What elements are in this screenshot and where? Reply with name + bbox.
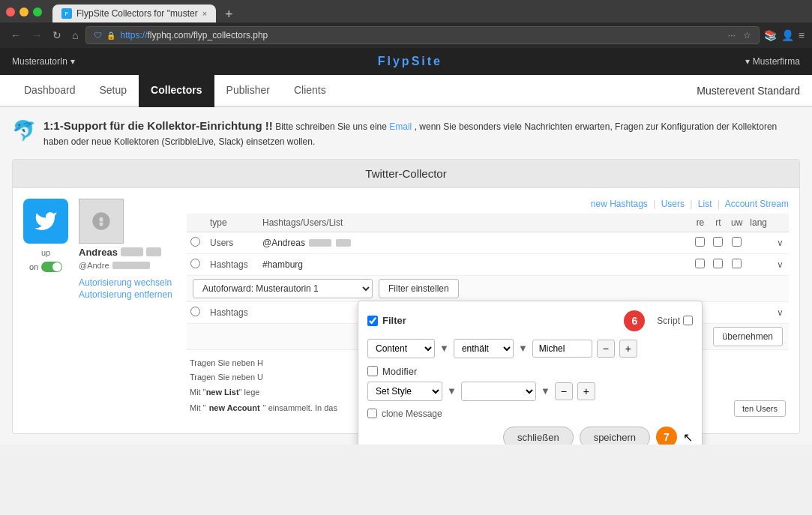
list-link[interactable]: List (698, 199, 712, 209)
row2-uw[interactable] (727, 253, 746, 275)
row2-radio-cell[interactable] (187, 253, 204, 275)
row1-re-check[interactable] (695, 237, 705, 247)
col-lang: lang (746, 214, 771, 232)
row3-chevron[interactable]: ∨ (771, 301, 789, 323)
toggle-switch[interactable] (41, 262, 62, 272)
set-style-select[interactable]: Set Style (367, 382, 442, 401)
new-tab-button[interactable]: + (219, 7, 239, 21)
clone-checkbox[interactable] (367, 409, 377, 418)
support-banner: 🐬 1:1-Support für die Kollektor-Einricht… (12, 118, 800, 148)
menu-icon[interactable]: ≡ (799, 29, 805, 41)
condition-select[interactable]: enthält (454, 339, 514, 358)
save-button[interactable]: speichern (580, 427, 650, 445)
nav-publisher[interactable]: Publisher (214, 75, 282, 107)
step7-label: 7 (664, 431, 670, 443)
nav-clients[interactable]: Clients (282, 75, 338, 107)
user-handle-blurred-3 (112, 262, 150, 269)
support-email-link[interactable]: Email (389, 121, 412, 132)
users-link[interactable]: Users (661, 199, 685, 209)
back-button[interactable]: ← (7, 28, 24, 43)
reload-button[interactable]: ↻ (49, 28, 64, 43)
nav-collectors[interactable]: Collectors (139, 75, 214, 107)
auth-change-link[interactable]: Autorisierung wechseln (79, 277, 176, 288)
row2-uw-check[interactable] (732, 259, 742, 268)
filter-checkbox-label: Filter (367, 315, 406, 326)
row3-radio-cell[interactable] (187, 301, 204, 323)
tab-title: FlypSite Collectors for "muster (76, 8, 198, 19)
popup-actions: schließen speichern 7 ↖ (367, 427, 693, 445)
auth-remove-link[interactable]: Autorisierung entfernen (79, 289, 176, 300)
row2-chevron[interactable]: ∨ (771, 253, 789, 275)
content-type-select[interactable]: Content (367, 339, 435, 358)
account-icon[interactable]: 👤 (781, 29, 794, 41)
row2-re[interactable] (691, 253, 709, 275)
home-button[interactable]: ⌂ (69, 28, 81, 43)
new-account-link[interactable]: new Account (209, 401, 260, 416)
new-hashtags-link[interactable]: new Hashtags (591, 199, 648, 209)
nav-dashboard[interactable]: Dashboard (12, 75, 88, 107)
table-row: Users @Andreas ∨ (187, 232, 789, 253)
close-button[interactable]: schließen (503, 427, 574, 445)
user-name: Andreas (79, 247, 118, 258)
autoforward-row: Autoforward: Musterautorin 1 Filter eins… (187, 275, 789, 301)
company-menu[interactable]: ▾ Musterfirma (745, 56, 800, 67)
col-uw: uw (727, 214, 746, 232)
row1-uw-check[interactable] (732, 237, 742, 247)
url-domain: flyphq.com/flyp_collectors.php (148, 30, 268, 40)
modifier-value-select[interactable] (461, 382, 536, 401)
filter-minus-btn[interactable]: − (597, 340, 615, 358)
user-blurred-2 (336, 239, 351, 247)
clone-label: clone Message (382, 409, 442, 419)
filter-checkbox[interactable] (367, 316, 378, 326)
user-menu[interactable]: MusterautorIn ▾ (12, 56, 75, 67)
brand-name: FlypSite (378, 55, 442, 67)
row2-radio[interactable] (190, 259, 200, 268)
select-arrow4: ▼ (541, 385, 550, 397)
row1-rt[interactable] (709, 232, 727, 253)
active-tab[interactable]: F FlypSite Collectors for "muster × (52, 4, 216, 22)
forward-button[interactable]: → (28, 28, 45, 43)
row1-chevron[interactable]: ∨ (771, 232, 789, 253)
close-traffic-light[interactable] (6, 7, 15, 16)
overflow-icon[interactable]: ··· (728, 30, 736, 40)
table-row: Hashtags #hamburg ∨ (187, 253, 789, 275)
bookmark-icon[interactable]: ☆ (743, 30, 751, 40)
script-checkbox[interactable] (683, 316, 693, 325)
filter-plus-btn[interactable]: + (619, 340, 637, 358)
maximize-traffic-light[interactable] (33, 7, 42, 16)
ubernehmen-button[interactable]: übernehmen (713, 327, 783, 346)
row1-type: Users (204, 232, 256, 253)
row1-radio-cell[interactable] (187, 232, 204, 253)
minimize-traffic-light[interactable] (19, 7, 28, 16)
table-links: new Hashtags | Users | List | Account St… (187, 199, 789, 209)
modifier-plus-btn[interactable]: + (577, 382, 595, 400)
modifier-minus-btn[interactable]: − (555, 382, 573, 400)
modifier-checkbox[interactable] (367, 366, 378, 376)
row2-rt-check[interactable] (713, 259, 723, 268)
autoforward-select[interactable]: Autoforward: Musterautorin 1 (193, 279, 373, 298)
account-stream-link[interactable]: Account Stream (725, 199, 789, 209)
url-bar[interactable]: 🛡 🔒 https://flyphq.com/flyp_collectors.p… (85, 26, 759, 44)
row2-rt[interactable] (709, 253, 727, 275)
col-chevron (771, 214, 789, 232)
step6-label: 6 (631, 315, 637, 327)
row1-lang (746, 232, 771, 253)
lock-icon: 🔒 (106, 31, 115, 40)
new-list-link[interactable]: new List (206, 388, 239, 397)
col-hashtags: Hashtags/Users/List (256, 214, 691, 232)
clone-row: clone Message (367, 409, 693, 419)
tab-close-btn[interactable]: × (202, 9, 207, 18)
user-handle: @Andre (79, 261, 109, 270)
ten-users-button[interactable]: ten Users (734, 400, 786, 417)
row2-re-check[interactable] (695, 259, 705, 268)
row3-radio[interactable] (190, 307, 200, 316)
row1-re[interactable] (691, 232, 709, 253)
nav-setup[interactable]: Setup (88, 75, 139, 107)
row1-rt-check[interactable] (713, 237, 723, 247)
filter-einstellen-button[interactable]: Filter einstellen (379, 279, 459, 298)
filter-value-input[interactable] (532, 340, 592, 358)
row1-radio[interactable] (190, 237, 200, 247)
row1-uw[interactable] (727, 232, 746, 253)
sep1: | (653, 199, 655, 209)
row2-lang (746, 253, 771, 275)
